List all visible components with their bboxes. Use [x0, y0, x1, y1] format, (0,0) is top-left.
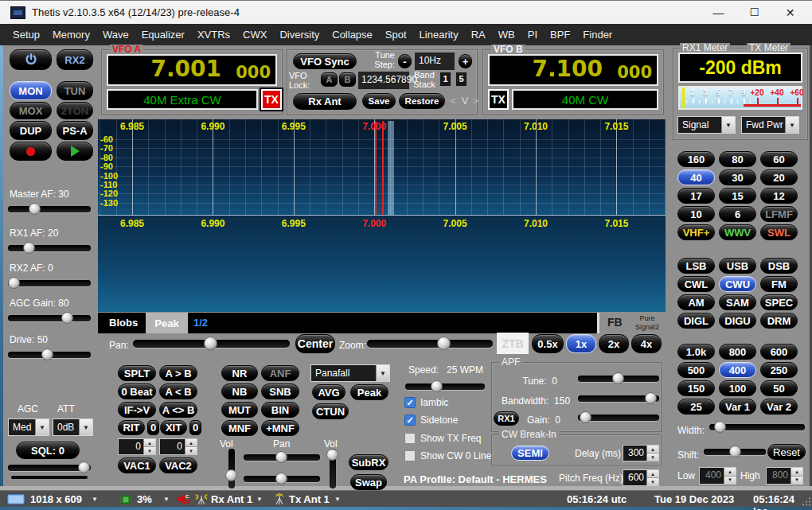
swap-button[interactable]: Swap: [350, 474, 387, 490]
filter-button-50[interactable]: 50: [760, 380, 798, 396]
band-button-160[interactable]: 160: [677, 151, 715, 167]
record-button[interactable]: [10, 142, 52, 161]
filter-button-600[interactable]: 600: [760, 344, 798, 360]
band-button-swl[interactable]: SWL: [760, 224, 798, 240]
menu-item-ra[interactable]: RA: [465, 24, 492, 45]
chevron-down-icon[interactable]: ▼: [334, 496, 341, 503]
band-button-vhf+[interactable]: VHF+: [677, 224, 715, 240]
avg-button[interactable]: AVG: [312, 384, 345, 400]
zoom-button-1x[interactable]: 1x: [566, 334, 596, 353]
vfo-b-tx-button[interactable]: TX: [488, 89, 509, 110]
filter-button-var-2[interactable]: Var 2: [760, 399, 798, 415]
filter-button-400[interactable]: 400: [719, 362, 756, 378]
tun-button[interactable]: TUN: [57, 81, 93, 100]
mode-button-spec[interactable]: SPEC: [760, 294, 798, 310]
ctun-button[interactable]: CTUN: [312, 403, 349, 419]
tab-page-indicator[interactable]: 1/2: [193, 317, 208, 329]
band-button-80[interactable]: 80: [719, 151, 756, 167]
sql-slider[interactable]: [8, 461, 91, 474]
filter-button-150[interactable]: 150: [677, 380, 715, 396]
low-spinner[interactable]: 400▲▼: [699, 467, 736, 485]
dsp-button-nb[interactable]: NB: [221, 383, 258, 399]
master-af-slider[interactable]: [8, 203, 91, 216]
dsp-button-snb[interactable]: SNB: [261, 383, 299, 399]
dsp-button-bin[interactable]: BIN: [261, 402, 299, 418]
dsp-button-if-v[interactable]: IF->V: [118, 402, 156, 418]
vac2-button[interactable]: VAC2: [159, 457, 197, 473]
spectrum-display[interactable]: 6.9856.9906.9957.0007.0057.0107.015-60-7…: [98, 119, 666, 312]
sub-pan-slider[interactable]: [244, 473, 320, 485]
center-button[interactable]: Center: [295, 334, 335, 353]
att-combo[interactable]: 0dB▼: [53, 419, 93, 436]
band-button-lfmf[interactable]: LFMF: [760, 206, 798, 222]
rit-zero-button[interactable]: 0: [147, 420, 159, 435]
agc-combo[interactable]: Med▼: [8, 419, 49, 436]
band-button-6[interactable]: 6: [719, 206, 756, 222]
vol1-slider[interactable]: [225, 449, 238, 489]
dsp-button-0-beat[interactable]: 0 Beat: [118, 383, 156, 399]
tune-step-minus-button[interactable]: -: [398, 54, 412, 68]
mode-button-digl[interactable]: DIGL: [677, 313, 715, 329]
menu-item-cwx[interactable]: CWX: [236, 24, 273, 45]
dsp-button-splt[interactable]: SPLT: [118, 365, 156, 381]
filter-button-500[interactable]: 500: [677, 362, 715, 378]
menu-item-finder[interactable]: Finder: [576, 24, 619, 45]
rx1-af-slider[interactable]: [8, 242, 91, 255]
menu-item-wb[interactable]: WB: [492, 24, 521, 45]
rx-meter-combo[interactable]: Signal▼: [677, 116, 736, 134]
band-button-17[interactable]: 17: [677, 188, 715, 204]
sidetone-checkbox[interactable]: ✓: [404, 415, 416, 426]
dsp-button-mnf[interactable]: MNF: [221, 420, 258, 436]
menu-item-pi[interactable]: PI: [521, 24, 544, 45]
filter-button-25[interactable]: 25: [677, 399, 715, 415]
filter-button-1.0k[interactable]: 1.0k: [677, 344, 715, 360]
tune-step-value[interactable]: 10Hz: [415, 53, 455, 70]
vfo-sync-button[interactable]: VFO Sync: [293, 53, 357, 69]
band-button-15[interactable]: 15: [719, 188, 756, 204]
save-button[interactable]: Save: [362, 93, 396, 109]
chevron-down-icon[interactable]: ▼: [92, 496, 98, 503]
2ton-button[interactable]: 2TON: [57, 102, 93, 119]
speaker-icon[interactable]: C: [177, 492, 191, 506]
minimize-button[interactable]: —: [701, 1, 736, 25]
band-stack-5[interactable]: 5: [455, 72, 467, 87]
fb-label[interactable]: FB: [607, 316, 623, 329]
play-button[interactable]: [57, 142, 93, 161]
rx2-button[interactable]: RX2: [57, 49, 93, 70]
mode-button-am[interactable]: AM: [677, 294, 715, 310]
band-button-30[interactable]: 30: [719, 169, 756, 185]
zoom-button-4x[interactable]: 4x: [631, 334, 662, 353]
pan-slider[interactable]: [133, 337, 290, 351]
semi-button[interactable]: SEMI: [511, 446, 549, 461]
mode-button-usb[interactable]: USB: [719, 258, 756, 274]
rit-spinner[interactable]: 0▲▼: [118, 438, 156, 455]
speed-slider[interactable]: [405, 380, 485, 393]
dsp-button-a-b[interactable]: A > B: [159, 365, 197, 381]
xit-button[interactable]: XIT: [160, 420, 187, 435]
tx-meter-combo[interactable]: Fwd Pwr▼: [741, 116, 799, 134]
filter-button-100[interactable]: 100: [719, 380, 756, 396]
peak-button[interactable]: Peak: [350, 384, 388, 400]
menu-item-setup[interactable]: Setup: [6, 24, 46, 45]
band-button-10[interactable]: 10: [677, 206, 715, 222]
tab-blobs[interactable]: Blobs: [109, 317, 138, 329]
vfo-b-frequency-display[interactable]: 7.100 000: [488, 54, 658, 86]
zoom-button-2x[interactable]: 2x: [599, 334, 629, 353]
close-button[interactable]: ✕: [772, 1, 808, 25]
menu-item-spot[interactable]: Spot: [379, 24, 413, 45]
apf-gain-slider[interactable]: [578, 411, 659, 424]
band-button-20[interactable]: 20: [760, 169, 798, 185]
tab-peak[interactable]: Peak: [146, 313, 188, 333]
mode-button-sam[interactable]: SAM: [719, 294, 756, 310]
menu-item-collapse[interactable]: Collapse: [326, 24, 379, 45]
apf-rx1-button[interactable]: RX1: [494, 411, 519, 426]
shift-reset-button[interactable]: Reset: [767, 444, 806, 460]
rit-button[interactable]: RIT: [118, 420, 145, 435]
waterfall-area[interactable]: 6.9856.9906.9957.0007.0057.0107.015: [98, 216, 666, 312]
filter-button-250[interactable]: 250: [760, 362, 798, 378]
show-cw-0-line-checkbox[interactable]: [404, 450, 416, 461]
chevron-down-icon[interactable]: ▼: [163, 496, 170, 503]
rx2-af-slider[interactable]: [8, 277, 91, 290]
mode-button-cwu[interactable]: CWU: [719, 276, 756, 292]
rx-ant-button[interactable]: Rx Ant: [293, 93, 357, 110]
